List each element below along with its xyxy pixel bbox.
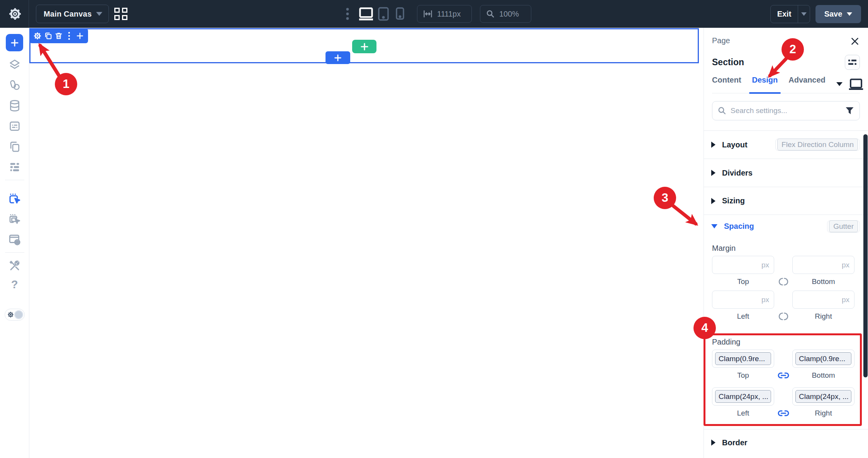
- chevron-down-icon: [847, 12, 852, 16]
- template-library-icon[interactable]: [114, 8, 128, 21]
- unlink-values-icon[interactable]: [777, 277, 790, 287]
- structure-dots-icon: [848, 59, 857, 66]
- section-layout-label: Layout: [722, 140, 748, 149]
- section-spacing-label: Spacing: [724, 222, 754, 231]
- margin-bottom-label: Bottom: [792, 277, 854, 286]
- canvas-selector-label: Main Canvas: [44, 10, 92, 19]
- annotation-step-3: 3: [654, 187, 676, 209]
- top-toolbar: Main Canvas 1111px 100% Exit Save: [0, 0, 868, 28]
- add-element-button[interactable]: [6, 34, 23, 51]
- inner-select-mode-icon[interactable]: [8, 212, 22, 226]
- breadcrumb[interactable]: Page: [712, 36, 730, 45]
- section-dividers[interactable]: Dividers: [704, 159, 868, 187]
- margin-right-label: Right: [792, 312, 854, 321]
- zoom-magnifier-icon: [486, 9, 495, 19]
- plus-icon: [10, 38, 19, 47]
- exit-dropdown-button[interactable]: [798, 12, 810, 16]
- form-fields-icon[interactable]: [8, 119, 22, 133]
- global-blocks-icon[interactable]: [8, 160, 22, 174]
- margin-left-input[interactable]: [712, 291, 774, 309]
- search-input[interactable]: [712, 101, 860, 120]
- design-library-icon[interactable]: [8, 78, 22, 92]
- toggle-knob: [14, 310, 23, 319]
- add-section-below-button[interactable]: [326, 51, 350, 64]
- responsive-desktop-icon[interactable]: [848, 78, 864, 90]
- gear-icon: [7, 311, 14, 318]
- canvas-selector-dropdown[interactable]: Main Canvas: [36, 5, 109, 23]
- duplicate-section-icon[interactable]: [44, 31, 53, 41]
- preview-window-icon[interactable]: [8, 233, 22, 247]
- margin-label: Margin: [712, 244, 854, 253]
- expand-arrow-icon[interactable]: [711, 439, 715, 446]
- exit-button-group: Exit: [770, 5, 810, 23]
- delete-section-icon[interactable]: [54, 31, 63, 41]
- width-arrows-icon: [423, 9, 433, 19]
- section-layout[interactable]: Layout Flex Direction Column: [704, 130, 868, 159]
- expand-arrow-icon[interactable]: [711, 170, 715, 176]
- tools-icon[interactable]: [8, 259, 22, 273]
- expand-arrow-icon[interactable]: [711, 198, 715, 204]
- layout-badge[interactable]: Flex Direction Column: [775, 139, 860, 151]
- exit-button[interactable]: Exit: [771, 10, 798, 19]
- device-phone-icon[interactable]: [395, 7, 405, 20]
- margin-right-input[interactable]: [792, 291, 854, 309]
- plus-icon: [334, 54, 342, 62]
- tab-content[interactable]: Content: [712, 75, 741, 93]
- element-title: Section: [712, 57, 744, 68]
- tab-design[interactable]: Design: [752, 75, 778, 93]
- zoom-input[interactable]: 100%: [480, 5, 531, 23]
- more-options-icon[interactable]: [344, 6, 351, 22]
- save-button-label: Save: [824, 10, 843, 19]
- canvas-width-value: 1111px: [437, 10, 461, 19]
- margin-bottom-input[interactable]: [792, 256, 854, 274]
- section-more-options-icon[interactable]: [64, 31, 74, 41]
- save-button[interactable]: Save: [815, 5, 861, 23]
- annotation-step-4: 4: [693, 317, 716, 339]
- help-icon[interactable]: ?: [11, 278, 18, 291]
- tabs-dropdown-icon[interactable]: [836, 82, 843, 86]
- structure-presets-button[interactable]: [845, 55, 860, 70]
- annotation-step-1: 1: [55, 73, 77, 95]
- ui-preferences-toggle[interactable]: [5, 309, 25, 321]
- panel-header: Page Section Content Design Advanced: [704, 28, 868, 93]
- copy-pages-icon[interactable]: [8, 140, 22, 154]
- add-inside-section-icon[interactable]: [75, 31, 85, 41]
- database-icon[interactable]: [8, 99, 22, 113]
- tab-advanced[interactable]: Advanced: [788, 75, 826, 93]
- section-toolbar: [29, 29, 88, 43]
- annotation-highlight-rect: [704, 333, 862, 426]
- zoom-value: 100%: [499, 10, 519, 19]
- section-spacing[interactable]: Spacing Gutter: [704, 215, 868, 238]
- gutter-badge[interactable]: Gutter: [827, 220, 860, 233]
- sidebar-divider: [5, 252, 24, 253]
- margin-top-input[interactable]: [712, 256, 774, 274]
- annotation-step-2: 2: [782, 38, 804, 61]
- section-sizing-label: Sizing: [722, 196, 745, 205]
- quick-add-button[interactable]: [352, 40, 376, 53]
- canvas-width-input[interactable]: 1111px: [417, 5, 472, 23]
- panel-scrollbar[interactable]: [863, 134, 868, 377]
- section-border-label: Border: [722, 438, 748, 447]
- expand-arrow-icon[interactable]: [711, 142, 715, 148]
- filter-funnel-icon[interactable]: [846, 107, 854, 115]
- sidebar-divider: [5, 180, 24, 180]
- left-icon-rail: ?: [0, 28, 29, 458]
- device-tablet-icon[interactable]: [378, 7, 389, 21]
- close-panel-icon[interactable]: [850, 36, 860, 46]
- section-sizing[interactable]: Sizing: [704, 187, 868, 215]
- panel-tabs: Content Design Advanced: [712, 75, 860, 93]
- select-mode-icon[interactable]: [8, 192, 22, 206]
- builder-settings-icon[interactable]: [8, 7, 22, 20]
- editor-canvas[interactable]: [29, 28, 704, 458]
- search-icon: [717, 106, 727, 115]
- section-border[interactable]: Border: [704, 429, 868, 456]
- margin-top-label: Top: [712, 277, 774, 286]
- section-settings-gear-icon[interactable]: [33, 31, 42, 41]
- collapse-arrow-icon[interactable]: [711, 224, 717, 228]
- unlink-values-icon[interactable]: [777, 311, 790, 321]
- settings-search: [712, 101, 860, 120]
- section-dividers-label: Dividers: [722, 169, 753, 177]
- layers-icon[interactable]: [8, 58, 22, 72]
- chevron-down-icon: [801, 12, 807, 16]
- device-desktop-icon[interactable]: [358, 7, 374, 21]
